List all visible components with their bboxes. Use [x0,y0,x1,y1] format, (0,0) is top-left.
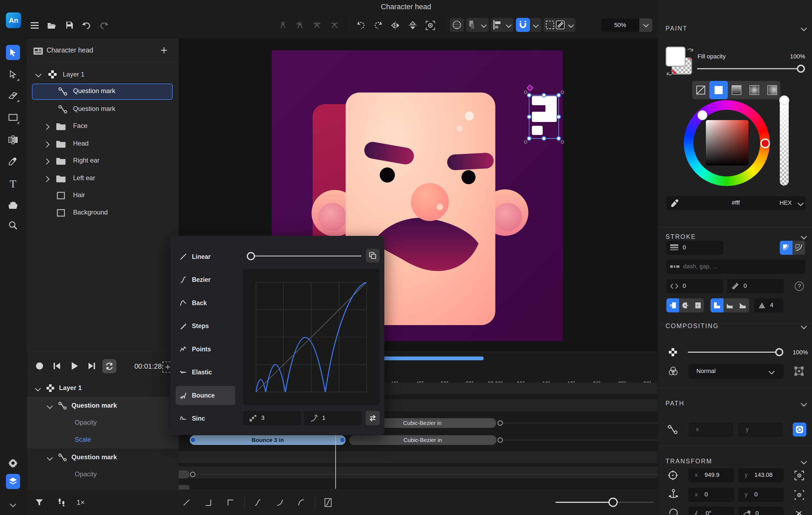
alpha-slider[interactable] [780,96,789,186]
handle-tool-icon[interactable] [311,19,323,32]
layer-row[interactable]: Layer 1 [27,66,179,83]
center-position-icon[interactable] [794,471,804,480]
keyframe-dot[interactable] [340,438,345,442]
anchor-tool-icon[interactable] [277,19,289,32]
preset-ease-out-icon[interactable] [295,496,307,509]
copy-easing-button[interactable] [366,249,379,262]
stroke-align-inside-button[interactable] [792,241,805,255]
hue-handle[interactable] [697,110,707,120]
chevron-down-icon[interactable] [35,71,42,78]
easing-option-steps[interactable]: Steps [176,316,235,335]
tab-composition[interactable]: Character head [47,46,93,54]
cap-butt-button[interactable] [666,298,679,312]
fill-opacity-slider[interactable] [697,68,805,69]
preset-ease-in-out-icon[interactable] [252,496,264,509]
settings-gear-icon[interactable] [6,455,20,471]
layer-row-selected[interactable]: Question mark [32,84,173,100]
join-bevel-button[interactable] [736,298,749,312]
dash-offset-input[interactable]: 0 [666,279,723,293]
go-to-end-button[interactable] [86,360,98,372]
layer-row[interactable]: Question mark [27,101,179,118]
easing-option-back[interactable]: Back [176,294,235,312]
slider-handle[interactable] [775,348,783,356]
play-button[interactable] [69,360,81,372]
stroke-align-outside-button[interactable] [780,241,792,255]
hue-handle-secondary[interactable] [760,139,770,148]
magnet-button[interactable] [516,18,530,32]
stroke-width-input[interactable]: 0 [666,241,723,255]
text-tool[interactable]: T [6,176,20,191]
texture-button[interactable] [450,18,464,32]
record-button[interactable] [34,360,46,372]
timeline-property-row[interactable]: Opacity [27,414,179,431]
timeline-layer-row[interactable]: Question mark [27,397,179,414]
path-x-input[interactable]: x [688,423,733,436]
alpha-handle[interactable] [779,95,789,105]
rotation-input[interactable]: 0° [688,507,734,515]
saturation-value-square[interactable] [706,120,748,165]
hand-tool[interactable] [6,198,20,213]
join-round-button[interactable] [723,298,736,312]
magnet-options-button[interactable] [530,18,541,32]
flip-easing-button[interactable] [366,411,380,425]
layer-row[interactable]: Left ear [27,170,179,187]
chevron-down-icon[interactable] [801,234,807,240]
zoom-dropdown-button[interactable] [639,19,652,32]
loop-button[interactable] [102,359,116,373]
easing-option-linear[interactable]: Linear [176,247,235,266]
zoom-value[interactable]: 50% [601,19,639,32]
save-icon[interactable] [63,19,76,32]
keyframe-handle[interactable] [497,420,503,426]
easing-graph[interactable] [243,269,379,405]
easing-option-elastic[interactable]: Elastic [176,363,235,382]
easing-option-sinc[interactable]: Sinc [176,409,235,428]
eyedropper-tool[interactable] [6,153,20,169]
app-logo[interactable]: An [6,12,21,28]
remove-anchor-tool-icon[interactable] [294,19,306,32]
layer-opacity-value[interactable]: 100% [787,349,808,356]
frame-focus-icon[interactable] [424,19,437,32]
keyframe-clip-cubic-bezier[interactable]: Cubic-Bezier in [349,435,496,445]
easing-option-bounce[interactable]: Bounce [176,386,235,405]
bounces-input[interactable]: 3 [243,411,301,425]
pen-tool[interactable] [6,88,20,103]
section-title-compositing[interactable]: COMPOSITING [666,323,719,330]
filter-icon[interactable] [33,496,45,509]
easing-option-points[interactable]: Points [176,340,235,359]
matte-icon[interactable] [794,366,804,376]
swap-fill-stroke-icon[interactable] [666,69,674,77]
clip-edge[interactable] [179,471,190,479]
selected-object[interactable] [522,85,566,147]
chevron-down-icon[interactable] [801,401,807,407]
path-y-input[interactable]: y [738,423,783,436]
layer-row[interactable]: Head [27,135,179,153]
anchor-y-input[interactable]: y 0 [738,488,784,502]
swap-fill-stroke-icon[interactable] [686,47,694,55]
fill-opacity-value[interactable]: 100% [783,53,805,60]
cap-square-button[interactable] [691,298,704,312]
timeline-property-row[interactable]: Opacity [27,465,179,483]
miter-limit-input[interactable]: 4 [754,298,783,312]
preset-hold-out-icon[interactable] [202,496,214,509]
keyframe-dot[interactable] [191,438,195,442]
chevron-down-icon[interactable] [47,403,53,409]
paint-solid-button[interactable] [709,81,728,99]
layer-row[interactable]: Right ear [27,152,179,170]
undo-icon[interactable] [80,19,93,32]
blend-mode-select[interactable]: Normal [688,364,784,379]
fill-stroke-swatch[interactable] [666,47,695,77]
playback-speed[interactable]: 1× [77,498,85,507]
slider-handle[interactable] [608,498,618,507]
shape-tool[interactable] [6,110,20,125]
timeline-layer-row[interactable]: Layer 1 [27,379,179,396]
add-tab-button[interactable] [158,45,169,56]
gradient-tool[interactable] [6,132,20,147]
chevron-right-icon[interactable] [44,142,50,148]
cap-round-button[interactable] [679,298,692,312]
preset-ease-in-icon[interactable] [274,496,286,509]
easing-option-bezier[interactable]: Bezier [176,270,235,289]
position-x-input[interactable]: x 949.9 [688,468,734,482]
keyframe-handle[interactable] [190,472,196,477]
easing-mix-slider[interactable] [247,252,366,260]
select-tool[interactable] [6,45,20,60]
